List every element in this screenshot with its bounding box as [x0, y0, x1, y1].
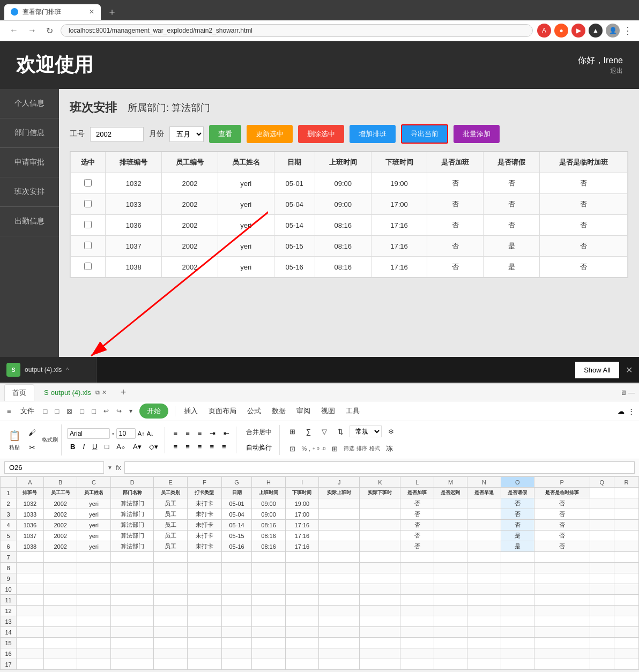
ss-row-num-6[interactable]: 6 — [1, 541, 17, 552]
ss-cell-12-E[interactable] — [154, 606, 187, 616]
ss-dropdown-icon[interactable]: ▾ — [127, 406, 135, 416]
ss-sort-label[interactable]: 排序 — [356, 445, 367, 452]
ss-cell-8-P[interactable] — [534, 563, 590, 573]
ss-cell-1-Q[interactable] — [590, 488, 614, 498]
row-checkbox-3[interactable] — [84, 242, 92, 249]
ss-cell-17-D[interactable] — [110, 659, 154, 670]
ss-col-J[interactable]: J — [319, 477, 360, 488]
ss-cell-6-E[interactable]: 员工 — [154, 541, 187, 552]
ss-font-increase-icon[interactable]: A↑ — [138, 430, 145, 437]
ss-print-icon[interactable]: □ — [77, 406, 87, 417]
ss-cell-14-C[interactable] — [77, 627, 110, 638]
ss-align-bottom-4[interactable]: ≡ — [206, 441, 217, 452]
ss-cell-7-N[interactable] — [467, 552, 501, 563]
ss-col-A[interactable]: A — [17, 477, 44, 488]
ss-align-bottom-5[interactable]: ≡ — [219, 441, 229, 452]
ss-cell-1-F[interactable]: 打卡类型 — [187, 488, 221, 498]
ss-cloud-icon[interactable]: ☁ — [618, 407, 625, 415]
ss-decimal-inc[interactable]: +.0 — [313, 446, 320, 451]
ss-cell-1-E[interactable]: 员工类别 — [154, 488, 187, 498]
ss-cell-11-O[interactable] — [501, 595, 534, 606]
ss-cell-9-B[interactable] — [43, 573, 77, 584]
ss-cell-2-N[interactable] — [467, 498, 501, 509]
ss-align-bottom-center[interactable]: ≡ — [182, 441, 193, 452]
ss-cell-4-O[interactable]: 否 — [501, 520, 534, 531]
ss-cell-8-M[interactable] — [434, 563, 467, 573]
ss-cell-12-N[interactable] — [467, 606, 501, 616]
ss-cell-11-C[interactable] — [77, 595, 110, 606]
ss-cell-9-F[interactable] — [187, 573, 221, 584]
ss-cell-17-M[interactable] — [434, 659, 467, 670]
ss-cell-7-K[interactable] — [360, 552, 400, 563]
ss-row-num-17[interactable]: 17 — [1, 659, 17, 670]
ss-cell-15-B[interactable] — [43, 638, 77, 648]
ss-sum-icon[interactable]: ∑ — [301, 424, 315, 438]
ss-cell-16-P[interactable] — [534, 648, 590, 659]
ss-cell-12-P[interactable] — [534, 606, 590, 616]
ss-cell-13-F[interactable] — [187, 616, 221, 627]
ss-cell-11-P[interactable] — [534, 595, 590, 606]
ss-cell-9-C[interactable] — [77, 573, 110, 584]
browser-profile[interactable]: 👤 — [606, 24, 620, 38]
ss-cell-4-L[interactable]: 否 — [400, 520, 434, 531]
ss-cell-3-D[interactable]: 算法部门 — [110, 509, 154, 520]
ss-cell-13-Q[interactable] — [590, 616, 614, 627]
delete-button[interactable]: 删除选中 — [298, 125, 344, 143]
ss-font-color-btn[interactable]: A▾ — [130, 441, 145, 452]
ss-cell-ref-input[interactable] — [4, 461, 104, 474]
ss-col-D[interactable]: D — [110, 477, 154, 488]
ss-cell-14-B[interactable] — [43, 627, 77, 638]
ss-add-tab-icon[interactable]: + — [116, 386, 131, 399]
ss-cell-3-O[interactable]: 否 — [501, 509, 534, 520]
ss-cell-5-N[interactable] — [467, 531, 501, 541]
ss-cell-7-L[interactable] — [400, 552, 434, 563]
ss-menu-insert[interactable]: 插入 — [180, 404, 202, 418]
ss-cell-9-D[interactable] — [110, 573, 154, 584]
ss-cell-16-C[interactable] — [77, 648, 110, 659]
ss-cell-15-J[interactable] — [319, 638, 360, 648]
ss-cell-7-D[interactable] — [110, 552, 154, 563]
ss-col-B[interactable]: B — [43, 477, 77, 488]
ss-cell-6-D[interactable]: 算法部门 — [110, 541, 154, 552]
ss-cell-11-B[interactable] — [43, 595, 77, 606]
ss-cell-15-Q[interactable] — [590, 638, 614, 648]
ss-cell-3-L[interactable]: 否 — [400, 509, 434, 520]
ss-cell-6-Q[interactable] — [590, 541, 614, 552]
ss-paste-icon[interactable]: 📋 — [8, 429, 21, 443]
ss-tab-close-icon[interactable]: ✕ — [102, 389, 107, 396]
ss-cell-8-K[interactable] — [360, 563, 400, 573]
ss-cell-15-F[interactable] — [187, 638, 221, 648]
ss-cell-8-B[interactable] — [43, 563, 77, 573]
ss-tab-file[interactable]: S output (4).xls ⧉ ✕ — [36, 385, 114, 400]
ss-align-top-left[interactable]: ≡ — [170, 428, 181, 439]
ss-cell-2-Q[interactable] — [590, 498, 614, 509]
ss-cell-15-O[interactable] — [501, 638, 534, 648]
ss-row-num-5[interactable]: 5 — [1, 531, 17, 541]
ss-cell-7-R[interactable] — [614, 552, 639, 563]
sidebar-item-attendance[interactable]: 出勤信息 — [0, 207, 59, 236]
ss-cell-12-R[interactable] — [614, 606, 639, 616]
ss-cell-8-Q[interactable] — [590, 563, 614, 573]
ss-cell-13-G[interactable] — [221, 616, 252, 627]
ss-cell-17-B[interactable] — [43, 659, 77, 670]
ss-strikethrough-btn[interactable]: ◇▾ — [146, 441, 161, 452]
ss-cell-2-R[interactable] — [614, 498, 639, 509]
ss-cell-2-B[interactable]: 2002 — [43, 498, 77, 509]
ss-col-R[interactable]: R — [614, 477, 639, 488]
ss-row-num-16[interactable]: 16 — [1, 648, 17, 659]
ss-auto-wrap-btn[interactable]: 自动换行 — [242, 442, 276, 454]
ss-cell-10-D[interactable] — [110, 584, 154, 595]
ss-cell-5-K[interactable] — [360, 531, 400, 541]
ss-cell-13-O[interactable] — [501, 616, 534, 627]
ss-cell-14-A[interactable] — [17, 627, 44, 638]
ss-cell-4-D[interactable]: 算法部门 — [110, 520, 154, 531]
add-shift-button[interactable]: 增加排班 — [350, 125, 396, 143]
ss-cell-11-M[interactable] — [434, 595, 467, 606]
browser-tab[interactable]: 查看部门排班 ✕ — [4, 4, 101, 20]
ss-cell-12-I[interactable] — [285, 606, 318, 616]
ss-cell-12-L[interactable] — [400, 606, 434, 616]
ss-font-decrease-icon[interactable]: A↓ — [147, 430, 154, 437]
ss-cell-9-I[interactable] — [285, 573, 318, 584]
ss-cell-16-Q[interactable] — [590, 648, 614, 659]
cell-select-2[interactable] — [71, 215, 106, 236]
